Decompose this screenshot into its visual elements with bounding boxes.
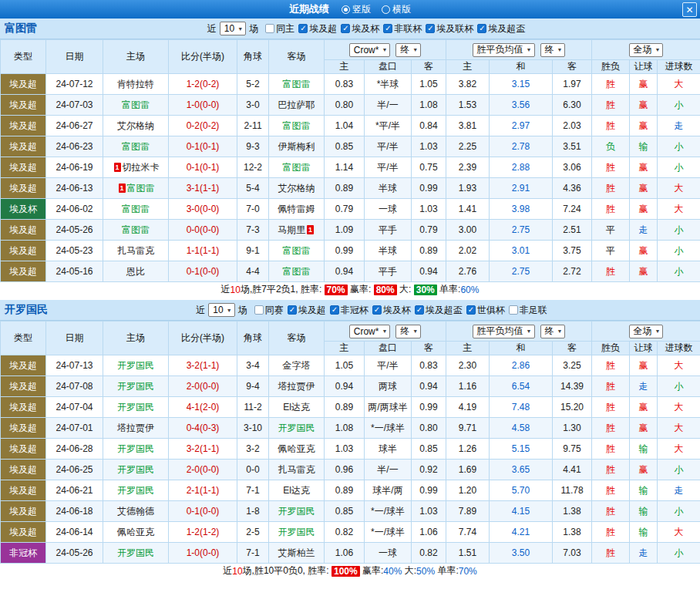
corner-score: 11-2 bbox=[237, 397, 269, 418]
home-team-link[interactable]: 艾尔格纳 bbox=[103, 116, 169, 136]
checkbox-checked-icon bbox=[341, 24, 350, 33]
away-team-link[interactable]: 开罗国民 bbox=[269, 501, 325, 522]
odds-away-value: 0.99 bbox=[412, 178, 446, 199]
away-team-link[interactable]: 富图雷 bbox=[269, 241, 325, 261]
filter-checkbox-非足联[interactable]: 非足联 bbox=[509, 304, 547, 317]
match-type-badge: 埃及超 bbox=[1, 439, 46, 460]
filter-checkbox-埃及超[interactable]: 埃及超 bbox=[298, 22, 337, 35]
filter-checkbox-埃及杯[interactable]: 埃及杯 bbox=[372, 304, 411, 317]
filter-checkbox-埃及超[interactable]: 埃及超 bbox=[288, 304, 326, 317]
filter-checkbox-埃及杯[interactable]: 埃及杯 bbox=[341, 22, 379, 35]
avg-away-value: 4.41 bbox=[553, 460, 592, 480]
avg-away-value: 14.39 bbox=[553, 376, 592, 397]
odds-company-select[interactable]: Crow* ▼ bbox=[349, 325, 391, 338]
away-team-link[interactable]: 富图雷 bbox=[269, 157, 325, 178]
filter-checkbox-世俱杯[interactable]: 世俱杯 bbox=[466, 304, 505, 317]
home-team-link[interactable]: 艾德翰德 bbox=[103, 501, 169, 522]
odds-line-value: 球半/两 bbox=[365, 480, 412, 501]
layout-vertical-radio[interactable]: 竖版 bbox=[342, 3, 371, 16]
result-flag: 胜 bbox=[592, 397, 630, 418]
scope-select[interactable]: 全场 ▼ bbox=[629, 325, 664, 338]
filter-checkbox-非冠杯[interactable]: 非冠杯 bbox=[330, 304, 369, 317]
home-team-link[interactable]: 1富图雷 bbox=[103, 178, 169, 199]
filter-checkbox-非联杯[interactable]: 非联杯 bbox=[383, 22, 422, 35]
home-team-link[interactable]: 扎马雷克 bbox=[103, 241, 169, 261]
odds-line-value: 平/半 bbox=[365, 136, 412, 157]
away-team-link[interactable]: 开罗国民 bbox=[269, 522, 325, 543]
odds-home-value: 1.14 bbox=[325, 157, 365, 178]
col-header-avg-away: 客 bbox=[553, 342, 592, 355]
col-header-handicap: 让球 bbox=[630, 60, 658, 74]
match-count-select[interactable]: 10 ▼ bbox=[220, 22, 246, 35]
home-team-link[interactable]: 塔拉贾伊 bbox=[103, 418, 169, 439]
odds-company-select[interactable]: Crow* ▼ bbox=[349, 43, 391, 57]
col-header-goals: 进球数 bbox=[658, 342, 700, 355]
match-row: 埃及超 24-06-19 1切拉米卡 0-1(0-1) 12-2 富图雷 1.1… bbox=[1, 157, 700, 178]
result-flag: 胜 bbox=[592, 460, 630, 480]
away-team-link[interactable]: 巴拉萨耶 bbox=[269, 95, 325, 116]
home-team-link[interactable]: 开罗国民 bbox=[103, 460, 169, 480]
home-team-link[interactable]: 开罗国民 bbox=[103, 355, 169, 376]
filter-checkbox-埃及超盃[interactable]: 埃及超盃 bbox=[415, 304, 463, 317]
home-team-link[interactable]: 开罗国民 bbox=[103, 543, 169, 564]
away-team-link[interactable]: 艾斯柏兰 bbox=[269, 543, 325, 564]
away-team-link[interactable]: El达克 bbox=[269, 480, 325, 501]
avg-draw-value: 2.75 bbox=[490, 261, 553, 282]
odds-state-select[interactable]: 终 ▼ bbox=[395, 325, 421, 338]
avg-state-select[interactable]: 终 ▼ bbox=[540, 43, 566, 57]
home-team-link[interactable]: 富图雷 bbox=[103, 95, 169, 116]
handicap-flag: 走 bbox=[630, 543, 658, 564]
home-team-link[interactable]: 富图雷 bbox=[103, 199, 169, 220]
odds-state-select[interactable]: 终 ▼ bbox=[395, 43, 421, 57]
layout-horizontal-radio[interactable]: 横版 bbox=[382, 3, 411, 16]
avg-draw-value: 3.01 bbox=[490, 241, 553, 261]
home-team-link[interactable]: 恩比 bbox=[103, 261, 169, 282]
summary-text: 70% bbox=[459, 566, 477, 577]
away-team-link[interactable]: 金字塔 bbox=[269, 355, 325, 376]
home-team-link[interactable]: 肯特拉特 bbox=[103, 74, 169, 95]
home-team-link[interactable]: 开罗国民 bbox=[103, 397, 169, 418]
home-team-link[interactable]: 佩哈亚克 bbox=[103, 522, 169, 543]
match-date: 24-06-28 bbox=[46, 439, 103, 460]
odds-away-value: 0.82 bbox=[412, 543, 446, 564]
filter-checkbox-同主[interactable]: 同主 bbox=[265, 22, 294, 35]
avg-home-value: 1.93 bbox=[446, 178, 490, 199]
home-team-link[interactable]: 富图雷 bbox=[103, 220, 169, 241]
odds-home-value: 1.09 bbox=[325, 220, 365, 241]
match-date: 24-07-04 bbox=[46, 397, 103, 418]
home-team-link[interactable]: 开罗国民 bbox=[103, 439, 169, 460]
odds-away-value: 0.89 bbox=[412, 241, 446, 261]
team-name-text: El达克 bbox=[283, 485, 310, 496]
away-team-link[interactable]: 马期里1 bbox=[269, 220, 325, 241]
filter-checkbox-埃及超盃[interactable]: 埃及超盃 bbox=[477, 22, 525, 35]
away-team-link[interactable]: 佩特雷姆 bbox=[269, 199, 325, 220]
away-team-link[interactable]: 艾尔格纳 bbox=[269, 178, 325, 199]
odds-line-value: 一球 bbox=[365, 199, 412, 220]
away-team-link[interactable]: 开罗国民 bbox=[269, 418, 325, 439]
away-team-link[interactable]: 塔拉贾伊 bbox=[269, 376, 325, 397]
avg-state-select[interactable]: 终 ▼ bbox=[540, 325, 566, 338]
avg-draw-value: 3.50 bbox=[490, 543, 553, 564]
away-team-link[interactable]: 扎马雷克 bbox=[269, 460, 325, 480]
home-team-link[interactable]: 1切拉米卡 bbox=[103, 157, 169, 178]
away-team-link[interactable]: 富图雷 bbox=[269, 261, 325, 282]
home-team-link[interactable]: 富图雷 bbox=[103, 136, 169, 157]
close-icon[interactable]: ✕ bbox=[682, 2, 697, 17]
home-team-link[interactable]: 开罗国民 bbox=[103, 376, 169, 397]
team-name-text: 开罗国民 bbox=[117, 402, 154, 412]
away-team-link[interactable]: El达克 bbox=[269, 397, 325, 418]
away-team-link[interactable]: 伊斯梅利 bbox=[269, 136, 325, 157]
scope-select[interactable]: 全场 ▼ bbox=[629, 43, 664, 57]
match-count-select[interactable]: 10 ▼ bbox=[208, 303, 234, 317]
avg-odds-select[interactable]: 胜平负均值 ▼ bbox=[473, 325, 535, 338]
away-team-link[interactable]: 佩哈亚克 bbox=[269, 439, 325, 460]
filter-checkbox-同赛[interactable]: 同赛 bbox=[254, 304, 284, 317]
away-team-link[interactable]: 富图雷 bbox=[269, 116, 325, 136]
home-team-link[interactable]: 开罗国民 bbox=[103, 480, 169, 501]
away-team-link[interactable]: 富图雷 bbox=[269, 74, 325, 95]
team-name-text: 开罗国民 bbox=[117, 443, 154, 454]
avg-odds-select[interactable]: 胜平负均值 ▼ bbox=[473, 43, 535, 57]
avg-away-value: 3.51 bbox=[553, 136, 592, 157]
handicap-flag: 赢 bbox=[630, 418, 658, 439]
filter-checkbox-埃及联杯[interactable]: 埃及联杯 bbox=[426, 22, 473, 35]
